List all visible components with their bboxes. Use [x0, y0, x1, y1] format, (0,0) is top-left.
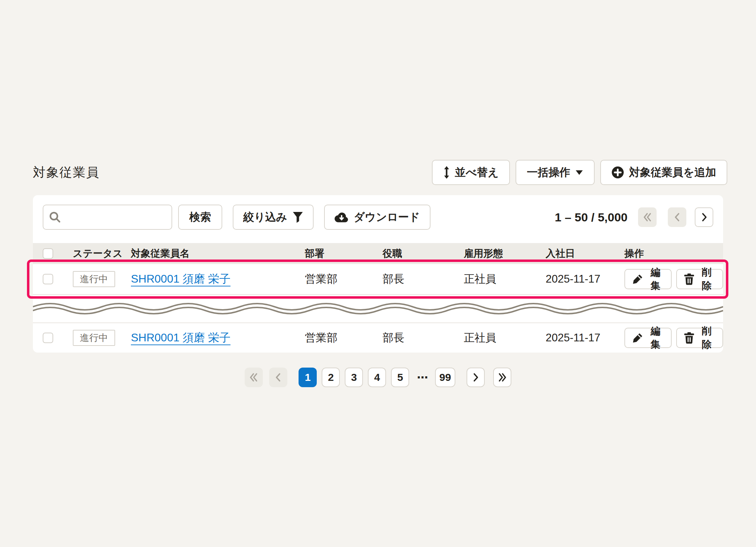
row-checkbox[interactable]	[43, 333, 53, 343]
header-actions: 並べ替え 一括操作 対象従業員を追加	[432, 160, 727, 185]
add-employee-button[interactable]: 対象従業員を追加	[600, 160, 727, 185]
double-chevron-left-icon	[249, 372, 258, 382]
status-badge: 進行中	[73, 330, 115, 346]
prev-page-button	[668, 207, 686, 227]
row-checkbox[interactable]	[43, 274, 53, 284]
row-actions: 編集 削除	[624, 328, 723, 348]
double-chevron-right-icon	[498, 372, 507, 382]
page-title: 対象従業員	[33, 164, 99, 181]
page-button-3[interactable]: 3	[345, 368, 363, 387]
column-header-department: 部署	[305, 243, 324, 264]
column-header-name: 対象従業員名	[131, 243, 190, 264]
search-toolbar: 検索 絞り込み ダウンロード 1 – 50 / 5,000	[43, 205, 713, 230]
row-actions: 編集 削除	[624, 269, 723, 289]
column-header-hire-date: 入社日	[546, 243, 575, 264]
page-button-2[interactable]: 2	[322, 368, 340, 387]
position-cell: 部長	[383, 264, 404, 294]
chevron-left-icon	[674, 212, 681, 222]
result-range-text: 1 – 50 / 5,000	[555, 211, 628, 224]
select-all-checkbox[interactable]	[43, 248, 53, 259]
hire-date-cell: 2025-11-17	[546, 264, 600, 294]
sort-button-label: 並べ替え	[455, 165, 499, 180]
chevron-left-icon	[275, 372, 282, 382]
trash-icon	[684, 274, 694, 285]
bottom-pagination: 1 2 3 4 5 ⋯ 99	[0, 368, 756, 387]
page-button-1[interactable]: 1	[299, 368, 317, 387]
department-cell: 営業部	[305, 323, 337, 353]
table-row: 進行中 SHR0001 須磨 栄子 営業部 部長 正社員 2025-11-17 …	[33, 264, 723, 295]
top-pagination: 1 – 50 / 5,000	[555, 207, 713, 227]
delete-button-label: 削除	[698, 266, 715, 292]
search-input[interactable]	[64, 211, 166, 223]
chevron-right-icon	[472, 372, 479, 382]
download-button-label: ダウンロード	[354, 210, 420, 225]
employee-name-link[interactable]: SHR0001 須磨 栄子	[131, 271, 231, 287]
truncation-wave-divider	[33, 301, 723, 317]
double-chevron-left-icon	[643, 212, 652, 222]
edit-button[interactable]: 編集	[624, 328, 672, 348]
cloud-download-icon	[335, 212, 349, 223]
pagination-ellipsis: ⋯	[417, 371, 428, 384]
search-icon	[49, 211, 61, 223]
bulk-actions-label: 一括操作	[527, 165, 570, 180]
next-page-button[interactable]	[467, 368, 485, 387]
edit-button-label: 編集	[647, 325, 664, 351]
table-row: 進行中 SHR0001 須磨 栄子 営業部 部長 正社員 2025-11-17 …	[33, 322, 723, 353]
first-page-button	[245, 368, 263, 387]
employee-table-card: 検索 絞り込み ダウンロード 1 – 50 / 5,000	[33, 195, 723, 353]
employment-cell: 正社員	[464, 264, 496, 294]
column-header-employment: 雇用形態	[464, 243, 503, 264]
status-badge: 進行中	[73, 271, 115, 287]
pencil-icon	[632, 332, 643, 343]
bulk-actions-button[interactable]: 一括操作	[516, 160, 595, 185]
funnel-icon	[293, 212, 303, 223]
table-header-row: ステータス 対象従業員名 部署 役職 雇用形態 入社日 操作	[33, 243, 723, 264]
sort-icon	[443, 166, 450, 179]
chevron-down-icon	[575, 170, 583, 175]
department-cell: 営業部	[305, 264, 337, 294]
column-header-actions: 操作	[624, 243, 644, 264]
delete-button[interactable]: 削除	[676, 269, 723, 289]
search-button-label: 検索	[189, 210, 211, 225]
add-employee-label: 対象従業員を追加	[629, 165, 716, 180]
search-field	[43, 205, 172, 230]
search-button[interactable]: 検索	[178, 205, 222, 230]
page-button-4[interactable]: 4	[368, 368, 386, 387]
page-button-99[interactable]: 99	[435, 368, 455, 387]
chevron-right-icon	[701, 212, 708, 222]
edit-button-label: 編集	[647, 266, 664, 292]
page-button-5[interactable]: 5	[391, 368, 409, 387]
filter-button[interactable]: 絞り込み	[233, 205, 314, 230]
filter-button-label: 絞り込み	[243, 210, 287, 225]
sort-button[interactable]: 並べ替え	[432, 160, 510, 185]
page-header: 対象従業員 並べ替え 一括操作	[33, 159, 727, 185]
column-header-status: ステータス	[73, 243, 123, 264]
pencil-icon	[632, 274, 643, 285]
delete-button-label: 削除	[698, 325, 715, 351]
next-page-button[interactable]	[695, 207, 713, 227]
employee-name-link[interactable]: SHR0001 須磨 栄子	[131, 330, 231, 346]
column-header-position: 役職	[383, 243, 402, 264]
plus-circle-icon	[611, 166, 624, 179]
employment-cell: 正社員	[464, 323, 496, 353]
last-page-button[interactable]	[493, 368, 511, 387]
first-page-button	[638, 207, 657, 227]
hire-date-cell: 2025-11-17	[546, 323, 600, 353]
prev-page-button	[269, 368, 287, 387]
download-button[interactable]: ダウンロード	[324, 205, 430, 230]
edit-button[interactable]: 編集	[624, 269, 672, 289]
delete-button[interactable]: 削除	[676, 328, 723, 348]
position-cell: 部長	[383, 323, 404, 353]
trash-icon	[684, 332, 694, 344]
